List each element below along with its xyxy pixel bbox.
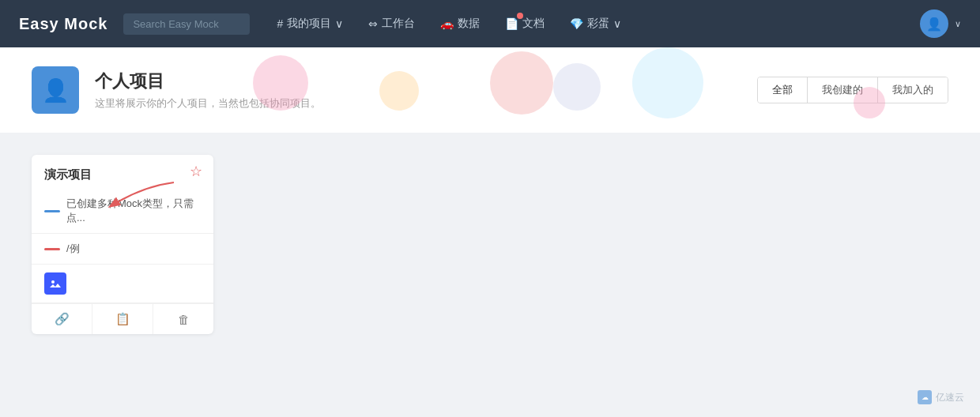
star-icon[interactable]: ☆ bbox=[190, 163, 202, 180]
banner: 👤 个人项目 这里将展示你的个人项目，当然也包括协同项目。 全部 我创建的 我加… bbox=[0, 47, 980, 133]
nav-label-data: 数据 bbox=[458, 17, 480, 31]
banner-description: 这里将展示你的个人项目，当然也包括协同项目。 bbox=[95, 96, 321, 111]
card-item-2[interactable]: /例 bbox=[32, 234, 213, 265]
filter-btn-joined[interactable]: 我加入的 bbox=[878, 77, 948, 103]
banner-avatar: 👤 bbox=[32, 66, 79, 114]
banner-avatar-icon: 👤 bbox=[42, 77, 70, 103]
nav-item-my-projects[interactable]: # 我的项目 ∨ bbox=[266, 12, 354, 36]
user-avatar[interactable]: 👤 bbox=[920, 9, 948, 38]
copy-icon: 📋 bbox=[115, 312, 130, 326]
hash-icon: # bbox=[277, 17, 283, 30]
card-item-1-text: 已创建多种Mock类型，只需点... bbox=[66, 197, 201, 225]
chevron-down-icon-2: ∨ bbox=[613, 17, 621, 30]
nav-item-data[interactable]: 🚗 数据 bbox=[429, 12, 491, 36]
navbar: Easy Mock # 我的项目 ∨ ⇔ 工作台 🚗 数据 📄 文档 💎 彩蛋 … bbox=[0, 0, 980, 47]
docs-badge-wrap: 📄 bbox=[505, 17, 518, 30]
navbar-nav: # 我的项目 ∨ ⇔ 工作台 🚗 数据 📄 文档 💎 彩蛋 ∨ bbox=[266, 12, 920, 36]
watermark-icon: ☁ bbox=[918, 390, 932, 404]
project-card: ☆ 演示项目 已创建多种Mock类型，只需点... /例 bbox=[32, 155, 213, 334]
card-action-copy[interactable]: 📋 bbox=[92, 304, 153, 334]
deco-circle-5 bbox=[553, 63, 601, 111]
docs-icon: 📄 bbox=[505, 17, 518, 30]
card-title: 演示项目 bbox=[32, 155, 213, 189]
card-item-1[interactable]: 已创建多种Mock类型，只需点... bbox=[32, 189, 213, 234]
deco-circle-3 bbox=[490, 51, 553, 115]
svg-point-2 bbox=[51, 280, 55, 284]
nav-label-workbench: 工作台 bbox=[382, 17, 415, 31]
card-item-image bbox=[44, 272, 66, 295]
nav-label-docs: 文档 bbox=[522, 17, 545, 31]
workbench-icon: ⇔ bbox=[368, 17, 378, 30]
banner-info: 个人项目 这里将展示你的个人项目，当然也包括协同项目。 bbox=[95, 70, 321, 111]
nav-label-easter-egg: 彩蛋 bbox=[587, 17, 609, 31]
nav-item-easter-egg[interactable]: 💎 彩蛋 ∨ bbox=[559, 12, 632, 36]
data-icon: 🚗 bbox=[440, 17, 454, 30]
link-icon: 🔗 bbox=[55, 312, 70, 326]
watermark: ☁ 亿速云 bbox=[918, 390, 964, 404]
nav-label-my-projects: 我的项目 bbox=[287, 17, 331, 31]
avatar-chevron[interactable]: ∨ bbox=[955, 19, 961, 29]
banner-filters: 全部 我创建的 我加入的 bbox=[757, 77, 948, 103]
nav-item-workbench[interactable]: ⇔ 工作台 bbox=[357, 12, 426, 36]
card-actions: 🔗 📋 🗑 bbox=[32, 303, 213, 334]
avatar-icon: 👤 bbox=[926, 17, 942, 32]
card-action-link[interactable]: 🔗 bbox=[32, 304, 92, 334]
easter-egg-icon: 💎 bbox=[570, 17, 583, 30]
navbar-right: 👤 ∨ bbox=[920, 9, 961, 38]
banner-title: 个人项目 bbox=[95, 70, 321, 93]
filter-btn-created[interactable]: 我创建的 bbox=[808, 77, 878, 103]
nav-item-docs[interactable]: 📄 文档 bbox=[494, 12, 556, 36]
search-input[interactable] bbox=[123, 13, 250, 35]
delete-icon: 🗑 bbox=[178, 313, 190, 326]
app-logo: Easy Mock bbox=[19, 15, 107, 33]
deco-circle-2 bbox=[379, 71, 419, 111]
card-item-2-text: /例 bbox=[66, 242, 80, 256]
watermark-text: 亿速云 bbox=[936, 391, 964, 404]
red-bar-icon bbox=[44, 248, 60, 250]
deco-circle-4 bbox=[632, 47, 703, 118]
chevron-down-icon: ∨ bbox=[335, 17, 343, 30]
main-content: ☆ 演示项目 已创建多种Mock类型，只需点... /例 bbox=[0, 133, 980, 356]
card-action-delete[interactable]: 🗑 bbox=[153, 304, 213, 334]
filter-btn-all[interactable]: 全部 bbox=[758, 77, 808, 103]
card-item-3[interactable] bbox=[32, 265, 213, 303]
svg-rect-1 bbox=[49, 277, 62, 290]
blue-bar-icon bbox=[44, 210, 60, 212]
